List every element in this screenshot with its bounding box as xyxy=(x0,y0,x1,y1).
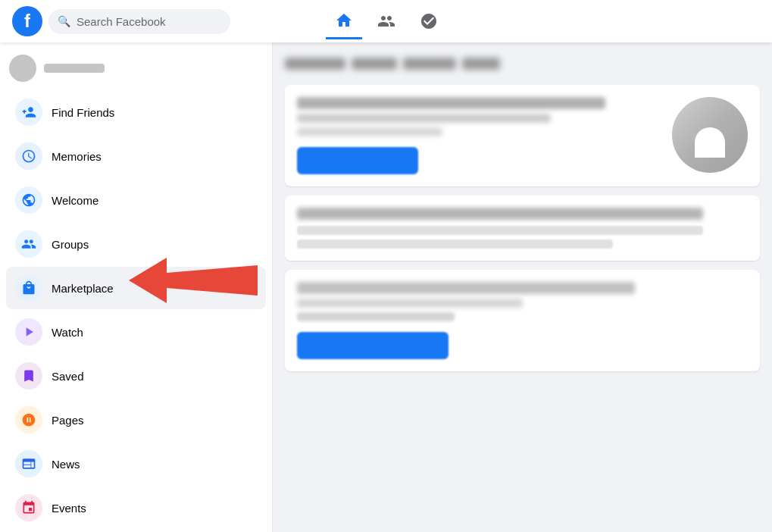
blur-text-2 xyxy=(352,58,397,70)
sidebar-item-news[interactable]: News xyxy=(6,443,266,485)
welcome-icon xyxy=(15,186,42,214)
search-bar[interactable]: 🔍 Search Facebook xyxy=(48,9,230,34)
sidebar-item-welcome[interactable]: Welcome xyxy=(6,179,266,221)
find-friends-icon xyxy=(15,99,42,126)
sidebar-item-watch[interactable]: Watch xyxy=(6,311,266,353)
app-header: f 🔍 Search Facebook xyxy=(0,0,772,42)
header-left: f 🔍 Search Facebook xyxy=(12,6,255,36)
sidebar-item-pages[interactable]: Pages xyxy=(6,399,266,441)
card-3 xyxy=(285,270,760,371)
watch-label: Watch xyxy=(52,326,83,339)
sidebar-item-marketplace[interactable]: Marketplace xyxy=(6,267,266,309)
card-1-avatar xyxy=(672,97,748,173)
sidebar-item-find-friends[interactable]: Find Friends xyxy=(6,91,266,133)
sidebar-item-saved[interactable]: Saved xyxy=(6,355,266,397)
find-friends-label: Find Friends xyxy=(52,106,114,119)
search-icon: 🔍 xyxy=(58,15,70,27)
search-placeholder-text: Search Facebook xyxy=(77,15,166,28)
sidebar: Find Friends Memories Welcome xyxy=(0,42,273,532)
card-2-content xyxy=(297,208,748,249)
groups-icon xyxy=(15,230,42,258)
sidebar-item-groups[interactable]: Groups xyxy=(6,223,266,265)
marketplace-icon xyxy=(15,274,42,302)
card-3-meta xyxy=(297,312,455,321)
saved-label: Saved xyxy=(52,370,84,383)
blur-text-1 xyxy=(285,58,345,70)
sidebar-item-events[interactable]: Events xyxy=(6,487,266,529)
nav-groups[interactable] xyxy=(411,3,447,39)
events-label: Events xyxy=(52,502,86,515)
blur-text-4 xyxy=(462,58,500,70)
blur-text-3 xyxy=(403,58,456,70)
pages-icon xyxy=(15,406,42,433)
sidebar-user-row[interactable] xyxy=(0,49,272,88)
user-avatar xyxy=(9,55,36,82)
content-header-blurred xyxy=(285,55,760,73)
user-name-blurred xyxy=(44,64,105,73)
card-2-bar-2 xyxy=(297,239,613,249)
card-3-content xyxy=(297,282,748,359)
nav-friends[interactable] xyxy=(368,3,405,39)
pages-label: Pages xyxy=(52,414,84,427)
events-icon xyxy=(15,494,42,521)
news-label: News xyxy=(52,458,80,471)
card-1 xyxy=(285,85,760,186)
main-content xyxy=(273,42,772,532)
watch-icon xyxy=(15,318,42,346)
header-nav xyxy=(255,3,517,39)
card-1-title xyxy=(297,97,605,109)
memories-label: Memories xyxy=(52,150,102,163)
card-3-subtitle xyxy=(297,299,523,308)
saved-icon xyxy=(15,362,42,390)
card-1-meta xyxy=(297,127,442,136)
sidebar-item-memories[interactable]: Memories xyxy=(6,135,266,177)
card-2 xyxy=(285,196,760,261)
welcome-label: Welcome xyxy=(52,194,98,207)
card-1-content xyxy=(297,97,660,174)
facebook-logo[interactable]: f xyxy=(12,6,42,36)
memories-icon xyxy=(15,142,42,170)
card-1-action-button[interactable] xyxy=(297,147,418,174)
card-2-bar xyxy=(297,226,703,235)
nav-home[interactable] xyxy=(326,3,362,39)
card-3-action-button[interactable] xyxy=(297,332,449,359)
marketplace-label: Marketplace xyxy=(52,282,114,295)
card-1-subtitle xyxy=(297,114,551,123)
card-2-title xyxy=(297,208,703,220)
card-3-title xyxy=(297,282,635,294)
main-layout: Find Friends Memories Welcome xyxy=(0,42,772,532)
groups-label: Groups xyxy=(52,238,89,251)
news-icon xyxy=(15,450,42,477)
